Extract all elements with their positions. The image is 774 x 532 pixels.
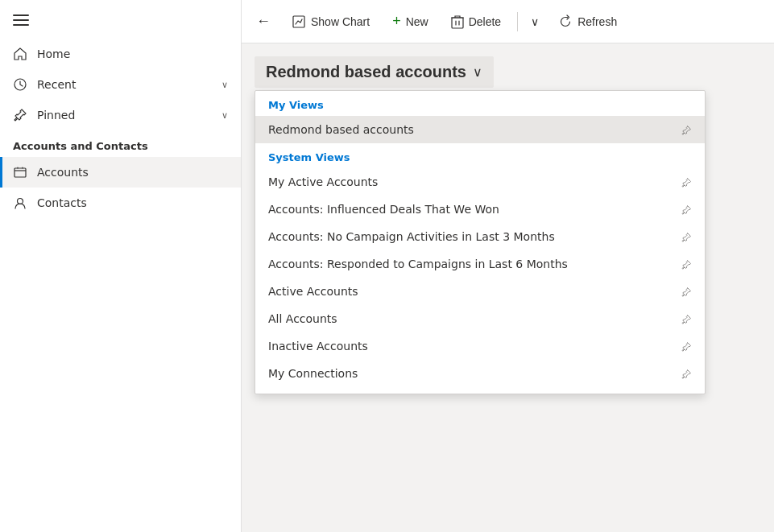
sidebar: Home Recent ∨ Pinned ∨ Accounts and Cont… — [0, 0, 242, 532]
dropdown-item-no-campaign-label: Accounts: No Campaign Activities in Last… — [268, 230, 555, 243]
new-label: New — [406, 15, 428, 28]
home-label: Home — [37, 47, 228, 60]
pin-icon-3 — [681, 258, 692, 270]
toolbar-separator — [517, 12, 518, 31]
pin-icon-4 — [681, 285, 692, 298]
show-chart-label: Show Chart — [311, 15, 370, 28]
dropdown-item-redmond[interactable]: Redmond based accounts — [255, 116, 705, 143]
clock-icon — [13, 77, 27, 92]
pin-icon — [13, 108, 27, 122]
sidebar-item-contacts[interactable]: Contacts — [0, 188, 241, 218]
new-button[interactable]: + New — [383, 8, 438, 35]
contacts-icon — [13, 196, 27, 210]
dropdown-item-responded-label: Accounts: Responded to Campaigns in Last… — [268, 258, 568, 270]
show-chart-button[interactable]: Show Chart — [282, 10, 379, 34]
delete-icon — [451, 14, 464, 29]
dropdown-item-no-campaign[interactable]: Accounts: No Campaign Activities in Last… — [255, 223, 705, 250]
view-selector-chevron: ∨ — [473, 64, 482, 80]
recent-chevron: ∨ — [221, 80, 228, 90]
dropdown-item-my-connections[interactable]: My Connections — [255, 360, 705, 387]
toolbar: ← Show Chart + New Delet — [242, 0, 774, 43]
pin-icon-1 — [681, 203, 692, 216]
dropdown-item-inactive-label: Inactive Accounts — [268, 340, 368, 353]
dropdown-item-active-label: Active Accounts — [268, 285, 358, 298]
refresh-label: Refresh — [577, 15, 617, 28]
pin-icon-7 — [681, 367, 692, 380]
chart-icon — [292, 14, 306, 29]
accounts-icon — [13, 165, 27, 179]
system-views-title: System Views — [255, 143, 705, 168]
dropdown-item-my-active-label: My Active Accounts — [268, 175, 378, 188]
view-dropdown-panel: My Views Redmond based accounts System V… — [255, 90, 706, 394]
refresh-button[interactable]: Refresh — [548, 10, 627, 34]
dropdown-item-all-label: All Accounts — [268, 312, 337, 325]
sidebar-item-recent[interactable]: Recent ∨ — [0, 69, 241, 100]
section-title: Accounts and Contacts — [0, 130, 241, 157]
my-views-title: My Views — [255, 91, 705, 116]
pinned-label: Pinned — [37, 109, 212, 122]
content-area: Redmond based accounts ∨ My Views Redmon… — [242, 43, 774, 532]
dropdown-arrow-button[interactable]: ∨ — [524, 10, 545, 33]
delete-label: Delete — [469, 15, 501, 28]
sidebar-item-pinned[interactable]: Pinned ∨ — [0, 100, 241, 130]
dropdown-item-influenced-label: Accounts: Influenced Deals That We Won — [268, 203, 499, 216]
view-selector-label: Redmond based accounts — [266, 63, 466, 81]
accounts-label: Accounts — [37, 166, 228, 179]
dropdown-item-my-active[interactable]: My Active Accounts — [255, 168, 705, 196]
view-selector-button[interactable]: Redmond based accounts ∨ — [255, 56, 494, 88]
main-content: ← Show Chart + New Delet — [242, 0, 774, 532]
dropdown-item-redmond-label: Redmond based accounts — [268, 123, 414, 136]
pin-icon-5 — [681, 312, 692, 325]
hamburger-icon — [13, 14, 29, 26]
sidebar-item-home[interactable]: Home — [0, 39, 241, 69]
pinned-chevron: ∨ — [221, 110, 228, 121]
pin-item-icon — [681, 123, 692, 136]
svg-rect-4 — [452, 18, 463, 28]
contacts-label: Contacts — [37, 196, 228, 209]
dropdown-item-my-connections-label: My Connections — [268, 367, 358, 380]
pin-icon-0 — [681, 175, 692, 188]
back-icon: ← — [256, 13, 271, 30]
dropdown-item-active[interactable]: Active Accounts — [255, 278, 705, 305]
dropdown-item-influenced[interactable]: Accounts: Influenced Deals That We Won — [255, 196, 705, 223]
dropdown-item-responded[interactable]: Accounts: Responded to Campaigns in Last… — [255, 250, 705, 278]
plus-icon: + — [392, 13, 401, 30]
pin-icon-6 — [681, 340, 692, 353]
refresh-icon — [558, 14, 573, 29]
delete-button[interactable]: Delete — [441, 10, 511, 34]
dropdown-item-inactive[interactable]: Inactive Accounts — [255, 332, 705, 360]
back-button[interactable]: ← — [248, 8, 279, 35]
sidebar-item-accounts[interactable]: Accounts — [0, 157, 241, 188]
dropdown-item-all[interactable]: All Accounts — [255, 305, 705, 332]
svg-rect-1 — [14, 168, 26, 177]
home-icon — [13, 47, 27, 61]
recent-label: Recent — [37, 78, 212, 91]
pin-icon-2 — [681, 230, 692, 243]
hamburger-menu[interactable] — [0, 6, 241, 39]
chevron-down-icon: ∨ — [531, 15, 539, 28]
